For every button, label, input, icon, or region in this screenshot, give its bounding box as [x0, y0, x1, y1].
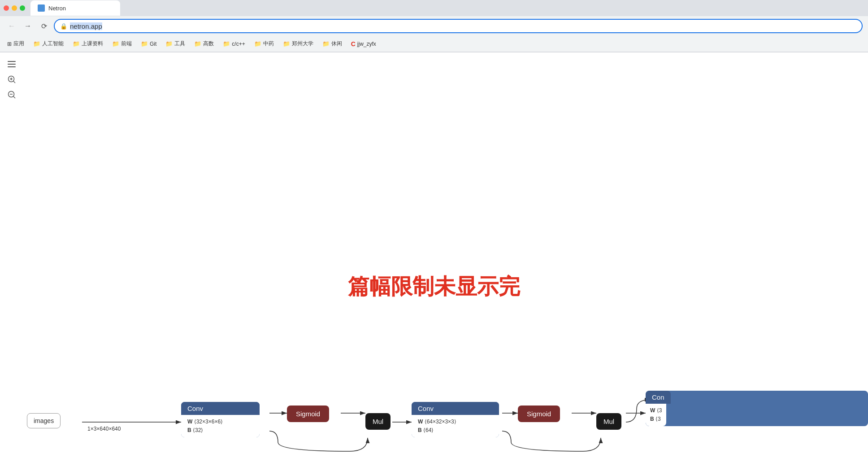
bookmark-label: 高数	[203, 40, 214, 48]
node-sigmoid2[interactable]: Sigmoid	[518, 406, 560, 422]
edge-label-shape: 1×3×640×640	[87, 426, 121, 432]
back-button[interactable]: ←	[5, 20, 18, 32]
forward-button[interactable]: →	[22, 20, 34, 32]
svg-rect-2	[8, 66, 16, 67]
folder-icon: 📁	[283, 40, 290, 47]
menu-button[interactable]	[5, 58, 18, 70]
apps-grid-icon: ⊞	[7, 41, 12, 47]
bookmark-jjw[interactable]: C jjw_zyfx	[347, 39, 380, 49]
bookmark-apps[interactable]: ⊞ 应用	[4, 38, 28, 49]
bookmark-label: 郑州大学	[292, 40, 313, 48]
bookmark-git[interactable]: 📁 Git	[137, 39, 160, 49]
bookmark-leisure[interactable]: 📁 休闲	[319, 38, 346, 49]
node-mul1[interactable]: Mul	[365, 413, 391, 430]
bookmark-label: 休闲	[331, 40, 342, 48]
folder-icon: 📁	[322, 40, 330, 47]
bookmark-frontend[interactable]: 📁 前端	[108, 38, 135, 49]
folder-icon: 📁	[141, 40, 148, 47]
svg-rect-1	[8, 64, 16, 65]
node-sigmoid1[interactable]: Sigmoid	[287, 406, 329, 422]
bookmark-math[interactable]: 📁 高数	[191, 38, 217, 49]
conv3-body: W ⟨3 B ⟨3	[646, 404, 666, 426]
bookmark-label: 应用	[13, 40, 24, 48]
node-conv3-partial[interactable]: Con W ⟨3 B ⟨3	[646, 391, 868, 426]
bookmark-label: jjw_zyfx	[357, 41, 376, 47]
folder-icon: 📁	[194, 40, 201, 47]
node-conv1[interactable]: Conv W ⟨32×3×6×6⟩ B ⟨32⟩	[181, 402, 260, 437]
bookmark-label: c/c++	[232, 41, 245, 47]
url-highlight: netron.app	[70, 22, 102, 30]
bookmark-label: 工具	[174, 40, 185, 48]
bookmark-tools[interactable]: 📁 工具	[162, 38, 189, 49]
folder-icon: 📁	[33, 40, 40, 47]
node-conv2[interactable]: Conv W ⟨64×32×3×3⟩ B ⟨64⟩	[412, 402, 499, 437]
graph-toolbar	[5, 58, 18, 101]
folder-icon: 📁	[73, 40, 80, 47]
svg-line-9	[13, 96, 15, 98]
bookmark-class[interactable]: 📁 上课资料	[69, 38, 107, 49]
zoom-in-button[interactable]	[5, 73, 18, 86]
node-mul2[interactable]: Mul	[596, 413, 621, 430]
tab-favicon	[38, 4, 45, 12]
zoom-out-button[interactable]	[5, 88, 18, 101]
window-minimize[interactable]	[12, 5, 17, 11]
nn-graph: images 1×3×640×640 Conv W ⟨32×3×6×6⟩ B ⟨…	[0, 373, 868, 471]
bookmark-label: 人工智能	[42, 40, 64, 48]
bookmark-ai[interactable]: 📁 人工智能	[30, 38, 67, 49]
folder-icon: 📁	[165, 40, 173, 47]
page-content: 篇幅限制未显示完	[0, 52, 868, 471]
conv1-body: W ⟨32×3×6×6⟩ B ⟨32⟩	[181, 415, 260, 437]
svg-line-6	[13, 81, 15, 83]
watermark-text: 篇幅限制未显示完	[348, 272, 520, 301]
bookmark-label: 前端	[121, 40, 132, 48]
node-images[interactable]: images	[27, 413, 61, 428]
reload-button[interactable]: ⟳	[38, 20, 50, 32]
bookmark-herb[interactable]: 📁 中药	[251, 38, 278, 49]
bookmark-label: Git	[150, 41, 156, 47]
codepen-icon: C	[351, 40, 356, 48]
window-maximize[interactable]	[20, 5, 25, 11]
bookmark-zzu[interactable]: 📁 郑州大学	[279, 38, 317, 49]
conv1-title: Conv	[181, 402, 260, 415]
active-tab[interactable]: Netron	[30, 0, 120, 16]
bookmark-cpp[interactable]: 📁 c/c++	[219, 39, 248, 49]
folder-icon: 📁	[223, 40, 230, 47]
url-text: netron.app	[70, 22, 102, 30]
address-bar[interactable]: 🔒 netron.app	[54, 19, 863, 33]
folder-icon: 📁	[254, 40, 261, 47]
nav-bar: ← → ⟳ 🔒 netron.app	[0, 16, 868, 36]
conv3-title: Con	[646, 391, 671, 404]
lock-icon: 🔒	[60, 23, 67, 30]
bookmarks-bar: ⊞ 应用 📁 人工智能 📁 上课资料 📁 前端 📁 Git 📁 工具 📁 高数	[0, 36, 868, 52]
svg-rect-0	[8, 61, 16, 62]
conv2-title: Conv	[412, 402, 499, 415]
bookmark-label: 中药	[263, 40, 274, 48]
folder-icon: 📁	[112, 40, 119, 47]
tab-title: Netron	[48, 5, 66, 12]
window-close[interactable]	[4, 5, 9, 11]
conv2-body: W ⟨64×32×3×3⟩ B ⟨64⟩	[412, 415, 499, 437]
bookmark-label: 上课资料	[82, 40, 103, 48]
